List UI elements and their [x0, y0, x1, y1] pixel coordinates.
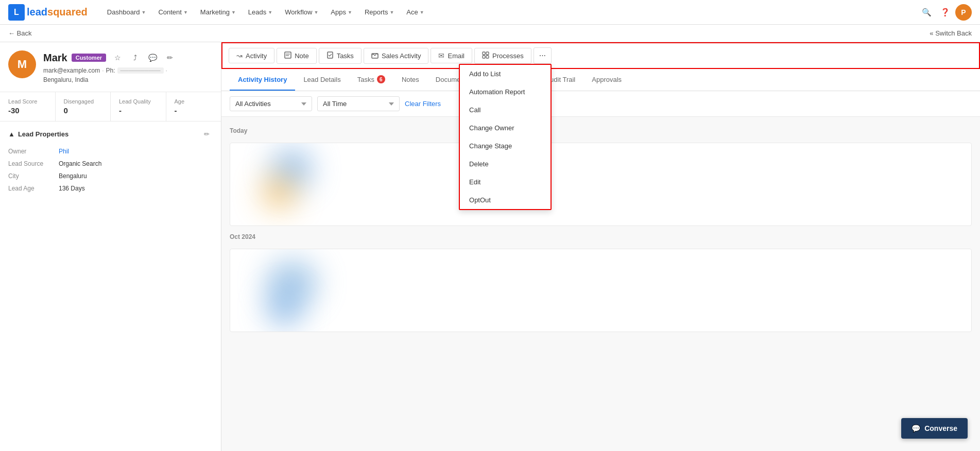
back-button[interactable]: ← Back [8, 29, 32, 37]
menu-change-stage[interactable]: Change Stage [460, 137, 551, 155]
phone-label: Ph: [106, 67, 115, 74]
stat-quality-label: Lead Quality [119, 98, 158, 105]
lead-name-row: Mark Customer ☆ ⤴ 💬 ✏ [43, 50, 213, 65]
activity-blur-today [230, 143, 971, 226]
lead-actions: ☆ ⤴ 💬 ✏ [110, 50, 177, 65]
nav-apps[interactable]: Apps ▼ [325, 5, 357, 19]
stat-quality-value: - [119, 106, 158, 115]
svg-rect-5 [483, 52, 485, 55]
svg-rect-7 [483, 56, 485, 58]
tab-lead-details[interactable]: Lead Details [295, 70, 349, 91]
stat-lead-quality: Lead Quality - [111, 92, 166, 121]
prop-owner-label: Owner [8, 148, 55, 155]
prop-owner: Owner Phil [8, 145, 213, 158]
nav-content[interactable]: Content ▼ [153, 5, 193, 19]
svg-rect-3 [328, 52, 333, 58]
filter-bar: All Activities Calls Emails Tasks Notes … [221, 91, 980, 117]
switch-back-button[interactable]: « Switch Back [930, 29, 972, 37]
tab-activity-history[interactable]: Activity History [230, 70, 295, 91]
nav-workflow[interactable]: Workflow ▼ [280, 5, 323, 19]
stat-lead-score-label: Lead Score [8, 98, 47, 105]
stat-age-value: - [175, 106, 213, 115]
logo-icon: L [8, 4, 25, 21]
sales-activity-button[interactable]: Sales Activity [364, 48, 429, 64]
top-navigation: L leadsquared Dashboard ▼ Content ▼ Mark… [0, 0, 980, 25]
activity-icon: ↝ [236, 51, 243, 60]
chevron-down-icon: ▼ [348, 10, 352, 15]
menu-edit[interactable]: Edit [460, 173, 551, 191]
menu-change-owner[interactable]: Change Owner [460, 119, 551, 137]
time-filter-select[interactable]: All Time Today This Week This Month Cust… [317, 96, 400, 111]
tasks-button[interactable]: Tasks [319, 48, 362, 64]
right-panel: ↝ Activity Note Tasks Sales Activity [221, 42, 980, 451]
activity-card-oct2024 [230, 249, 972, 332]
nav-marketing[interactable]: Marketing ▼ [195, 5, 241, 19]
activity-button[interactable]: ↝ Activity [229, 48, 274, 63]
chevron-down-icon: ▼ [389, 10, 394, 15]
dropdown-menu: Add to List Automation Report Call Chang… [459, 64, 552, 210]
chevron-down-icon: ▼ [231, 10, 236, 15]
processes-icon [482, 51, 489, 60]
processes-button[interactable]: Processes [474, 48, 531, 64]
help-button[interactable]: ❓ [937, 4, 953, 21]
activity-filter-select[interactable]: All Activities Calls Emails Tasks Notes [230, 96, 312, 111]
chevron-down-icon: ▼ [268, 10, 272, 15]
lead-avatar: M [8, 50, 36, 78]
share-button[interactable]: ⤴ [128, 50, 142, 65]
search-button[interactable]: 🔍 [918, 4, 935, 21]
activity-content: Today Oct 2024 [221, 117, 980, 451]
message-button[interactable]: 💬 [145, 50, 160, 65]
blob-blue-small [266, 290, 302, 326]
email-button[interactable]: ✉ Email [431, 48, 472, 63]
stat-age-label: Age [175, 98, 213, 105]
main-content: M Mark Customer ☆ ⤴ 💬 ✏ mark@example.com… [0, 42, 980, 451]
tab-tasks[interactable]: Tasks 6 [349, 69, 393, 91]
prop-city: City Bengaluru [8, 170, 213, 182]
section-today: Today [230, 125, 972, 138]
more-options-button[interactable]: ··· [534, 47, 552, 64]
menu-delete[interactable]: Delete [460, 155, 551, 173]
chevron-down-icon: ▼ [420, 10, 424, 15]
nav-ace[interactable]: Ace ▼ [401, 5, 429, 19]
user-avatar[interactable]: P [955, 4, 972, 21]
tabs-bar: Activity History Lead Details Tasks 6 No… [221, 69, 980, 91]
note-button[interactable]: Note [277, 48, 316, 64]
logo[interactable]: L leadsquared [8, 4, 88, 21]
converse-icon: 💬 [912, 424, 920, 432]
lead-name: Mark [43, 52, 67, 64]
logo-text: leadsquared [27, 6, 88, 18]
lead-info: Mark Customer ☆ ⤴ 💬 ✏ mark@example.com ·… [43, 50, 213, 83]
stat-lead-score-value: -30 [8, 106, 47, 115]
clear-filters-button[interactable]: Clear Filters [405, 100, 441, 108]
chevron-down-icon: ▼ [314, 10, 318, 15]
menu-add-to-list[interactable]: Add to List [460, 65, 551, 83]
prop-city-label: City [8, 172, 55, 180]
activity-blur-oct2024 [230, 249, 971, 332]
email-icon: ✉ [438, 51, 444, 60]
menu-optout[interactable]: OptOut [460, 191, 551, 209]
tasks-badge: 6 [377, 75, 385, 83]
stat-disengaged: Disengaged 0 [56, 92, 111, 121]
lead-header: M Mark Customer ☆ ⤴ 💬 ✏ mark@example.com… [0, 42, 221, 92]
nav-dashboard[interactable]: Dashboard ▼ [102, 5, 151, 19]
note-icon [284, 51, 291, 60]
svg-rect-0 [285, 52, 291, 58]
tab-notes[interactable]: Notes [393, 70, 427, 91]
favorite-button[interactable]: ☆ [110, 50, 125, 65]
prop-owner-value[interactable]: Phil [59, 148, 69, 155]
tab-approvals[interactable]: Approvals [583, 70, 630, 91]
lead-email: mark@example.com [43, 67, 100, 74]
converse-button[interactable]: 💬 Converse [901, 418, 968, 439]
nav-reports[interactable]: Reports ▼ [359, 5, 399, 19]
menu-automation-report[interactable]: Automation Report [460, 83, 551, 101]
prop-age-value: 136 Days [59, 185, 85, 192]
edit-button[interactable]: ✏ [163, 50, 177, 65]
phone-value: ────────── [117, 67, 164, 74]
more-dropdown: ··· Add to List Automation Report Call C… [534, 47, 552, 64]
properties-edit-button[interactable]: ✏ [200, 128, 213, 140]
svg-rect-8 [486, 56, 489, 58]
prop-source-label: Lead Source [8, 160, 55, 167]
menu-call[interactable]: Call [460, 101, 551, 119]
section-oct2024: Oct 2024 [230, 231, 972, 245]
nav-leads[interactable]: Leads ▼ [243, 5, 278, 19]
